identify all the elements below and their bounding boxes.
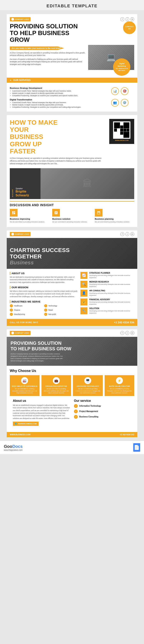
- hr-desc: Developing and executing strategies that…: [89, 292, 134, 296]
- why-icon-3: 🖥️: [84, 377, 91, 384]
- why-card-2: 💼 Consulting Expertise We are committed …: [41, 375, 71, 396]
- section1-topbar: COMPANY LOGO f t in: [10, 17, 134, 22]
- service1-item3: Competitive Positioning: Strategies to o…: [12, 94, 107, 96]
- section-4: COMPANY LOGO f t in PROVIDING SOLUTION T…: [7, 329, 137, 437]
- check-technology: ✓: [44, 304, 47, 307]
- mission-text: We follow a client-centric approach, tai…: [10, 290, 77, 298]
- company-logo: COMPANY LOGO: [10, 17, 31, 22]
- section1-right: 💻 DigitalMarketing Your business is insa…: [88, 45, 134, 70]
- service-solution: 🔧 SOLUTION Developing and executing stra…: [80, 307, 134, 314]
- speaker-label: Speaker: [15, 188, 39, 190]
- solution-content: SOLUTION Developing and executing strate…: [89, 307, 134, 314]
- section4-services: Our service ✓ Information Technology ✓ P…: [74, 399, 131, 426]
- solution-name: SOLUTION: [89, 307, 134, 310]
- section-2: HOW TO MAKE YOUR BUSINESS GROW UP FASTER…: [7, 115, 137, 227]
- facebook-icon[interactable]: f: [120, 17, 124, 21]
- service1-item1: Customized Growth Plans: Tailored strate…: [12, 90, 107, 92]
- goodocs-logo: GooDocs: [4, 444, 23, 449]
- service-bc-name: Business Consulting: [79, 416, 98, 418]
- discussion-card-1-body: We are committed to providing innovative…: [10, 221, 45, 223]
- instagram-icon[interactable]: in: [130, 17, 134, 21]
- industry-retail: ✓ Retail: [44, 308, 77, 312]
- contact-badge[interactable]: CONTACTUS: [123, 21, 136, 34]
- service-icon-target: 🎯: [121, 87, 129, 95]
- section4-logo: COMPANY LOGO: [10, 331, 31, 335]
- logo-icon: [11, 18, 14, 20]
- about-us-title: About us: [13, 399, 70, 402]
- solution-icon: 🔧: [80, 307, 87, 314]
- cta-arrow[interactable]: Are you ready to take your business to t…: [10, 46, 64, 50]
- check-manufacturing: ✓: [10, 313, 13, 316]
- why-choose-title: Why Choose Us: [10, 369, 134, 373]
- financial-name: FINANCIAL ADVISORY: [89, 298, 134, 300]
- goodocs-branding: GooDocs www.thegoodocs.com: [4, 444, 23, 451]
- section3-left: ABOUT US We are dedicated to empowering …: [10, 272, 80, 316]
- section-1: COMPANY LOGO f t in PROVIDING SOLUTION T…: [7, 14, 137, 112]
- speaker-section: Speaker Brigitte Schwartz 26.02.2025 🏛: [10, 168, 134, 199]
- service2-title: Digital Transformation: [10, 98, 107, 101]
- why-card-2-body: We are committed to providing innovative…: [43, 388, 69, 394]
- merker-name: MERKER RESEARCH: [89, 281, 134, 283]
- discussion-icon-3: [95, 209, 103, 216]
- twitter-icon[interactable]: t: [125, 17, 129, 21]
- service-icons-row2: 👥 ⚙️: [111, 99, 134, 106]
- section1-left: Are you ready to take your business to t…: [10, 45, 86, 70]
- service-icon-team: 👥: [111, 99, 119, 106]
- section4-hero-body: At [Your Company Name], we specialize in…: [10, 353, 64, 362]
- call-bar: CALL US FOR MORE INFO +1 243 4334 534: [7, 319, 137, 326]
- digital-marketing-badge: DigitalMarketing Your business is insafe…: [113, 58, 130, 76]
- strategic-desc: Developing and executing strategies that…: [89, 274, 134, 279]
- why-choose-cards: 🏭 Deep Industry Experience We are commit…: [10, 375, 134, 396]
- docs-file-icon: [133, 443, 140, 452]
- section3-topbar: COMPANY LOGO f t in: [7, 230, 137, 238]
- service2-item3: Competitive Positioning: Strategies to o…: [12, 106, 107, 108]
- discussion-card-1-title: Business improving: [10, 218, 30, 220]
- why-card-4-body: We are committed to providing innovative…: [107, 388, 133, 394]
- why-card-4: ⚡ Rapid Value Creation We are committed …: [105, 375, 134, 396]
- why-card-1: 🏭 Deep Industry Experience We are commit…: [10, 375, 40, 396]
- industry-nonprofit: ✓ Non-profit: [44, 313, 77, 316]
- section4-about: About us We are an established company e…: [13, 399, 70, 426]
- industry-manufacturing: ✓ Manufacturing: [10, 313, 43, 316]
- financial-content: FINANCIAL ADVISORY Developing and execut…: [89, 298, 134, 305]
- footer-website: WWW.BUSINESS.COM: [10, 434, 31, 436]
- check-it: ✓: [74, 404, 78, 408]
- service2-item1: Customized Growth Plans: Tailored strate…: [12, 102, 107, 104]
- website-link[interactable]: 🌐 WWW.BUSINESS.COM: [13, 422, 39, 426]
- section2-title-area: HOW TO MAKE YOUR BUSINESS GROW UP FASTER…: [10, 119, 106, 165]
- section4-bottom: About us We are an established company e…: [10, 399, 134, 429]
- s4-twitter-icon[interactable]: t: [125, 331, 129, 335]
- service-it: ✓ Information Technology: [74, 404, 131, 408]
- check-bc: ✓: [74, 415, 78, 419]
- s3-instagram-icon[interactable]: in: [130, 232, 134, 236]
- section4-hero-content: PROVIDING SOLUTION TO HELP BUSINESS GROW…: [10, 340, 72, 362]
- speaker-date: 26.02.2025: [12, 190, 13, 197]
- section4-topbar: COMPANY LOGO f t in: [7, 329, 137, 337]
- services-section: Business Strategy Development Customized…: [10, 84, 134, 108]
- discussion-icon-1: [10, 209, 17, 216]
- service-icons-row1: 📊 🎯: [111, 87, 134, 95]
- discussion-card-2-body: We are committed to providing innovative…: [52, 221, 87, 223]
- s3-facebook-icon[interactable]: f: [120, 232, 124, 236]
- section4-hero-title: PROVIDING SOLUTION TO HELP BUSINESS GROW: [10, 340, 72, 352]
- section3-hero-title: CHARTING SUCCESS TOGETHER: [10, 247, 70, 260]
- discussion-cards: Business improving We are committed to p…: [10, 209, 134, 223]
- section4-hero: PROVIDING SOLUTION TO HELP BUSINESS GROW…: [7, 337, 137, 366]
- goodocs-url: www.thegoodocs.com: [4, 449, 23, 451]
- service-icons-column: 📊 🎯 👥 ⚙️: [111, 85, 134, 108]
- s3-twitter-icon[interactable]: t: [125, 232, 129, 236]
- service-items: 📈 STRATEGIC PLANNER Developing and execu…: [80, 272, 134, 314]
- section4-logo-icon: [11, 332, 14, 334]
- why-card-3-title: Advanced Technology: [76, 385, 99, 387]
- check-finance: ✓: [10, 308, 13, 312]
- strategic-icon: 📈: [80, 272, 87, 279]
- service-pm-name: Project Management: [79, 410, 98, 412]
- section2-top: HOW TO MAKE YOUR BUSINESS GROW UP FASTER…: [10, 119, 134, 165]
- industries-title: INDUSTRIES WE SERVE: [10, 300, 77, 303]
- s4-facebook-icon[interactable]: f: [120, 331, 124, 335]
- s4-instagram-icon[interactable]: in: [130, 331, 134, 335]
- service-hr: 👤 HR CONSULTING Developing and executing…: [80, 290, 134, 296]
- discussion-card-2-title: Business solution: [52, 218, 71, 220]
- strategic-content: STRATEGIC PLANNER Developing and executi…: [89, 272, 134, 279]
- section3-right: 📈 STRATEGIC PLANNER Developing and execu…: [80, 272, 134, 316]
